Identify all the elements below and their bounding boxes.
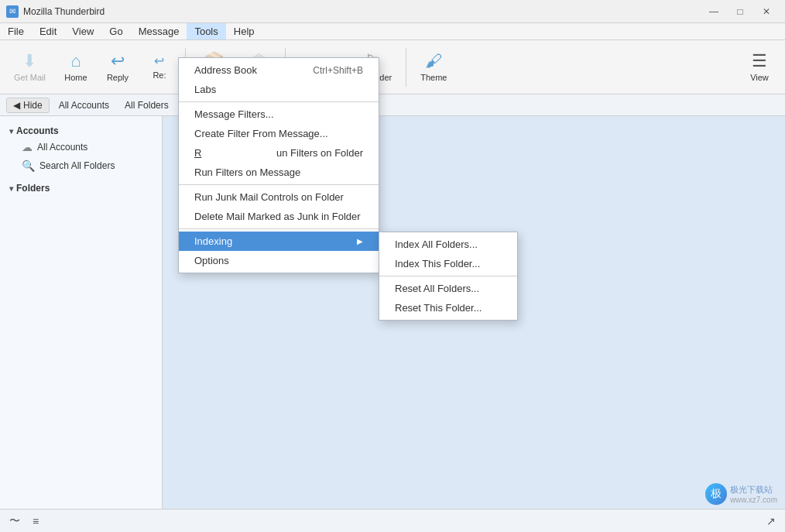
indexing-submenu: Index All Folders... Index This Folder..…: [379, 232, 518, 321]
theme-button[interactable]: 🖌 Theme: [413, 44, 454, 91]
menubar: File Edit View Go Message Tools Help: [0, 23, 785, 40]
get-mail-icon: ⬇: [22, 53, 36, 70]
all-folders-subbar-button[interactable]: All Folders: [118, 98, 175, 112]
app-icon: ✉: [6, 5, 19, 18]
minimize-button[interactable]: —: [701, 4, 726, 19]
accounts-label: Accounts: [16, 125, 59, 136]
submenu-separator: [379, 276, 517, 276]
get-mail-button[interactable]: ⬇ Get Mail: [6, 44, 53, 91]
view-button[interactable]: ☰ View: [740, 44, 779, 91]
tools-dropdown: Address Book Ctrl+Shift+B Labs Message F…: [178, 57, 379, 273]
titlebar-controls: — □ ✕: [701, 4, 779, 19]
reply-icon: ↩: [111, 53, 125, 70]
run-filters-folder-label: R: [194, 147, 201, 159]
menu-tools[interactable]: Tools: [187, 23, 225, 39]
titlebar-left: ✉ Mozilla Thunderbird: [6, 5, 105, 18]
theme-icon: 🖌: [425, 53, 442, 70]
accounts-section: ▾ Accounts ☁ All Accounts 🔍 Search All F…: [0, 121, 162, 178]
all-accounts-item[interactable]: ☁ All Accounts: [6, 138, 156, 156]
folders-label: Folders: [16, 183, 50, 194]
delete-junk-item[interactable]: Delete Mail Marked as Junk in Folder: [179, 207, 379, 226]
footer: 〜 ≡ ↗: [0, 509, 785, 532]
subbar: ◀ Hide All Accounts All Folders: [0, 94, 785, 116]
main-content: ▾ Accounts ☁ All Accounts 🔍 Search All F…: [0, 116, 785, 532]
toolbar-separator-3: [406, 48, 406, 87]
run-filters-message-item[interactable]: Run Filters on Message: [179, 163, 379, 182]
toolbar: ⬇ Get Mail ⌂ Home ↩ Reply ↩ Re: 📦 Archiv…: [0, 40, 785, 94]
reply-button[interactable]: ↩ Reply: [98, 44, 137, 91]
footer-btn-1[interactable]: 〜: [6, 513, 23, 530]
separator-2: [179, 184, 379, 185]
index-this-folder-item[interactable]: Index This Folder...: [379, 254, 517, 273]
watermark-icon: 极: [705, 483, 727, 505]
folders-section: ▾ Folders: [0, 178, 162, 198]
all-accounts-label: All Accounts: [37, 142, 87, 153]
accounts-header[interactable]: ▾ Accounts: [6, 124, 156, 138]
hide-arrow-icon: ◀: [13, 100, 20, 111]
maximize-button[interactable]: □: [728, 4, 752, 19]
submenu-arrow-icon: ▶: [357, 237, 363, 245]
app-title: Mozilla Thunderbird: [23, 6, 105, 17]
hide-button[interactable]: ◀ Hide: [6, 98, 50, 113]
run-junk-folder-item[interactable]: Run Junk Mail Controls on Folder: [179, 187, 379, 207]
menu-file[interactable]: File: [0, 23, 32, 39]
folders-chevron: ▾: [9, 184, 13, 193]
footer-btn-2[interactable]: ≡: [29, 513, 42, 530]
separator-1: [179, 101, 379, 102]
message-filters-item[interactable]: Message Filters...: [179, 105, 379, 124]
home-button[interactable]: ⌂ Home: [57, 44, 95, 91]
options-item[interactable]: Options: [179, 251, 379, 270]
view-icon: ☰: [752, 53, 767, 70]
footer-left: 〜 ≡: [6, 513, 42, 530]
menu-edit[interactable]: Edit: [32, 23, 64, 39]
menu-view[interactable]: View: [64, 23, 101, 39]
labs-item[interactable]: Labs: [179, 80, 379, 99]
close-button[interactable]: ✕: [754, 4, 779, 19]
footer-right: ↗: [763, 513, 779, 529]
menu-message[interactable]: Message: [131, 23, 187, 39]
indexing-item[interactable]: Indexing ▶ Index All Folders... Index Th…: [179, 232, 379, 251]
reset-all-folders-item[interactable]: Reset All Folders...: [379, 279, 517, 298]
watermark-text: 极光下载站 www.xz7.com: [730, 484, 777, 504]
home-icon: ⌂: [70, 53, 81, 70]
reply-all-button[interactable]: ↩ Re:: [140, 44, 179, 91]
accounts-chevron: ▾: [9, 127, 13, 136]
sidebar: ▾ Accounts ☁ All Accounts 🔍 Search All F…: [0, 116, 163, 532]
reset-this-folder-item[interactable]: Reset This Folder...: [379, 298, 517, 317]
titlebar: ✉ Mozilla Thunderbird — □ ✕: [0, 0, 785, 23]
search-all-folders-item[interactable]: 🔍 Search All Folders: [6, 156, 156, 175]
all-accounts-subbar-button[interactable]: All Accounts: [53, 98, 115, 112]
search-icon: 🔍: [22, 160, 35, 172]
reply-all-icon: ↩: [154, 55, 164, 67]
create-filter-item[interactable]: Create Filter From Message...: [179, 124, 379, 143]
menu-go[interactable]: Go: [101, 23, 130, 39]
search-all-folders-label: Search All Folders: [39, 160, 115, 171]
index-all-folders-item[interactable]: Index All Folders...: [379, 235, 517, 254]
watermark: 极 极光下载站 www.xz7.com: [705, 483, 777, 505]
menu-help[interactable]: Help: [226, 23, 262, 39]
footer-btn-3[interactable]: ↗: [763, 513, 779, 529]
folders-header[interactable]: ▾ Folders: [6, 181, 156, 195]
address-book-item[interactable]: Address Book Ctrl+Shift+B: [179, 60, 379, 80]
all-accounts-icon: ☁: [22, 141, 33, 153]
run-filters-folder-item[interactable]: Run Filters on Folder: [179, 143, 379, 163]
separator-3: [179, 228, 379, 229]
